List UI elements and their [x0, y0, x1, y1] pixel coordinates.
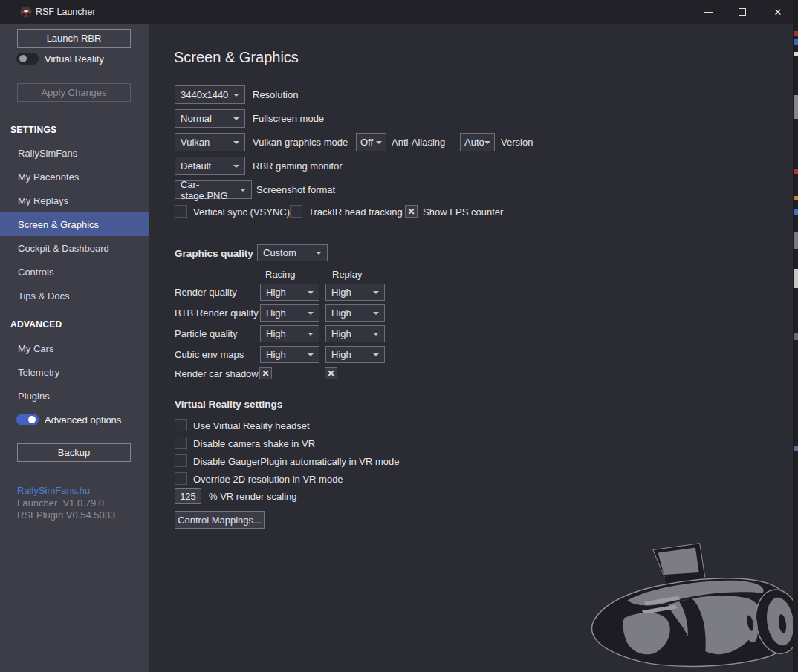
render-car-shadows-label: Render car shadows	[175, 368, 263, 380]
show-fps-checkbox[interactable]	[405, 205, 418, 218]
cubic-env-maps-replay-dropdown[interactable]: High	[325, 346, 385, 363]
vr-render-scaling-label: % VR render scaling	[209, 491, 297, 503]
trackir-checkbox[interactable]	[290, 205, 302, 218]
render-quality-replay-dropdown[interactable]: High	[325, 284, 385, 301]
chevron-down-icon	[484, 141, 490, 144]
maximize-button[interactable]	[725, 0, 759, 24]
override-2d-resolution-label: Override 2D resolution in VR mode	[193, 474, 343, 486]
edge-fragment	[794, 209, 798, 215]
minimize-button[interactable]	[691, 0, 725, 24]
version-dropdown[interactable]: Auto	[460, 133, 495, 151]
edge-fragment	[794, 95, 798, 119]
chevron-down-icon	[373, 291, 379, 294]
sidebar-item-rallysimfans[interactable]: RallySimFans	[0, 141, 149, 165]
graphics-quality-label: Graphics quality	[175, 248, 253, 260]
edge-fragment	[794, 169, 798, 174]
vr-headset-illustration	[581, 529, 798, 671]
titlebar: RSF Launcher ✕	[0, 0, 798, 24]
dropdown-value: High	[266, 349, 286, 360]
render-car-shadows-replay-checkbox[interactable]	[325, 367, 337, 379]
use-vr-headset-checkbox[interactable]	[175, 419, 187, 431]
virtual-reality-toggle[interactable]	[16, 53, 39, 65]
chevron-down-icon	[233, 165, 239, 168]
screenshot-format-dropdown[interactable]: Car-stage.PNG	[175, 180, 252, 199]
chevron-down-icon	[233, 94, 239, 97]
trackir-label: TrackIR head tracking	[308, 206, 403, 218]
maximize-icon	[739, 8, 746, 16]
edge-fragment	[794, 31, 798, 36]
chevron-down-icon	[316, 252, 322, 255]
vulkan-graphics-mode-dropdown[interactable]: Vulkan	[175, 133, 245, 151]
vertical-sync-checkbox[interactable]	[175, 205, 187, 218]
graphics-quality-preset-dropdown[interactable]: Custom	[257, 244, 328, 261]
apply-changes-button[interactable]: Apply Changes	[17, 83, 131, 102]
dropdown-value: High	[266, 328, 286, 339]
advanced-options-toggle-label: Advanced options	[45, 414, 121, 425]
sidebar-item-my-pacenotes[interactable]: My Pacenotes	[0, 165, 149, 189]
sidebar-item-screen-graphics[interactable]: Screen & Graphics	[0, 212, 149, 236]
edge-fragment	[794, 333, 798, 340]
sidebar-item-my-cars[interactable]: My Cars	[0, 336, 149, 360]
racing-column-header: Racing	[265, 269, 295, 281]
chevron-down-icon	[233, 117, 239, 120]
dropdown-value: Car-stage.PNG	[181, 179, 240, 201]
replay-column-header: Replay	[332, 269, 362, 281]
chevron-down-icon	[240, 189, 246, 192]
backup-button[interactable]: Backup	[17, 443, 131, 462]
disable-gaugerplugin-label: Disable GaugerPlugin automatically in VR…	[193, 456, 399, 468]
btb-render-quality-replay-dropdown[interactable]: High	[325, 304, 385, 322]
rallysimfans-link[interactable]: RallySimFans.hu	[17, 485, 90, 496]
disable-camera-shake-checkbox[interactable]	[175, 437, 187, 449]
window-title: RSF Launcher	[36, 7, 96, 17]
close-button[interactable]: ✕	[759, 0, 797, 24]
use-vr-headset-label: Use Virtual Reality headset	[193, 420, 310, 432]
advanced-options-toggle[interactable]	[16, 414, 39, 425]
particle-quality-racing-dropdown[interactable]: High	[260, 325, 319, 342]
dropdown-value: Vulkan	[181, 137, 210, 148]
control-mappings-button[interactable]: Control Mappings...	[175, 511, 265, 529]
version-label: Version	[501, 137, 533, 149]
disable-gaugerplugin-checkbox[interactable]	[175, 454, 187, 467]
show-fps-label: Show FPS counter	[423, 206, 503, 218]
dropdown-value: High	[266, 307, 286, 319]
screenshot-format-label: Screenshot format	[256, 184, 335, 196]
fullscreen-mode-label: Fullscreen mode	[253, 113, 324, 125]
particle-quality-replay-dropdown[interactable]: High	[325, 325, 385, 342]
dropdown-value: 3440x1440	[181, 89, 228, 100]
resolution-dropdown[interactable]: 3440x1440	[175, 85, 245, 104]
launch-rbr-button[interactable]: Launch RBR	[17, 29, 131, 48]
vr-render-scaling-input[interactable]	[175, 488, 201, 504]
vr-settings-heading: Virtual Reality settings	[175, 399, 282, 411]
virtual-reality-toggle-label: Virtual Reality	[45, 53, 104, 65]
btb-render-quality-label: BTB Render quality	[175, 307, 259, 319]
app-logo-icon	[20, 6, 32, 18]
sidebar-item-telemetry[interactable]: Telemetry	[0, 360, 149, 384]
chevron-down-icon	[308, 312, 314, 315]
sidebar-item-cockpit-dashboard[interactable]: Cockpit & Dashboard	[0, 236, 149, 260]
btb-render-quality-racing-dropdown[interactable]: High	[260, 304, 319, 322]
anti-aliasing-dropdown[interactable]: Off	[356, 133, 386, 151]
particle-quality-label: Particle quality	[175, 328, 238, 340]
edge-fragment	[794, 39, 798, 45]
render-car-shadows-racing-checkbox[interactable]	[259, 367, 272, 379]
sidebar-item-tips-docs[interactable]: Tips & Docs	[0, 284, 149, 307]
toggle-knob	[28, 416, 36, 423]
settings-section-header: SETTINGS	[10, 125, 56, 135]
rbr-gaming-monitor-dropdown[interactable]: Default	[175, 157, 245, 175]
toggle-knob	[19, 55, 27, 62]
sidebar-item-my-replays[interactable]: My Replays	[0, 189, 149, 212]
sidebar-item-plugins[interactable]: Plugins	[0, 384, 149, 408]
dropdown-value: High	[266, 287, 286, 298]
close-icon: ✕	[774, 7, 782, 18]
dropdown-value: High	[331, 307, 351, 319]
edge-fragment	[794, 232, 798, 249]
override-2d-resolution-checkbox[interactable]	[175, 472, 187, 485]
sidebar-item-controls[interactable]: Controls	[0, 260, 149, 284]
render-quality-racing-dropdown[interactable]: High	[260, 284, 319, 301]
cubic-env-maps-racing-dropdown[interactable]: High	[260, 346, 319, 363]
chevron-down-icon	[373, 353, 379, 356]
vertical-sync-label: Vertical sync (VSYNC)	[193, 206, 290, 218]
fullscreen-mode-dropdown[interactable]: Normal	[175, 109, 245, 128]
rsf-launcher-window: RSF Launcher ✕ Launch RBR Virtual Realit…	[0, 0, 798, 672]
edge-fragment	[794, 196, 798, 200]
